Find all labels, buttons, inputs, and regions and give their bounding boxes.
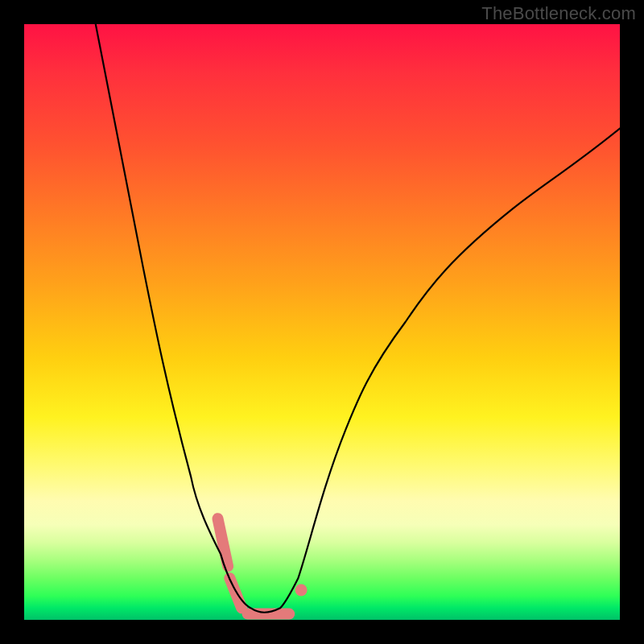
marker-dot-1	[295, 584, 308, 597]
highlight-markers	[218, 518, 308, 613]
bottleneck-curve	[96, 24, 620, 613]
chart-frame: TheBottleneck.com	[0, 0, 644, 644]
chart-svg	[24, 24, 620, 620]
plot-area	[24, 24, 620, 620]
watermark-label: TheBottleneck.com	[481, 3, 636, 24]
